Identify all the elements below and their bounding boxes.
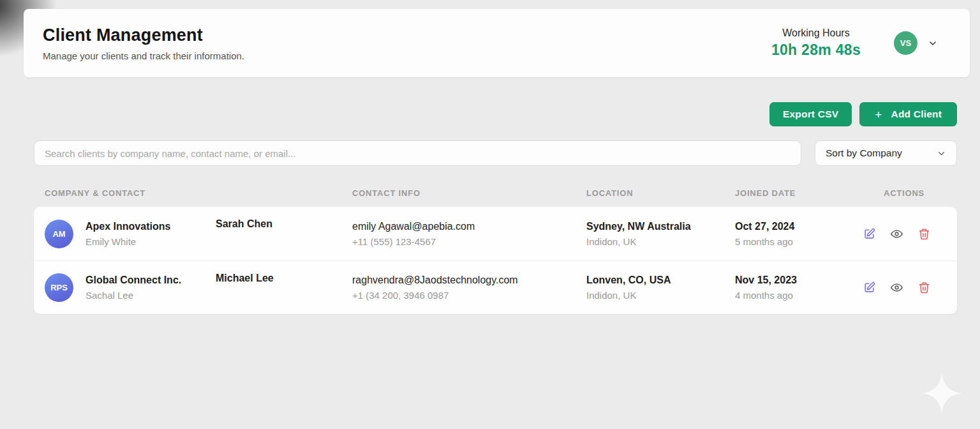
working-hours-value: 10h 28m 48s [771,41,861,59]
contact-phone: +1 (34 200, 3946 0987 [352,290,586,301]
chevron-down-icon[interactable] [928,38,938,49]
edit-button[interactable] [863,228,875,240]
joined-relative: 4 months ago [735,290,862,301]
sort-dropdown[interactable]: Sort by Company [815,140,957,166]
contact-info-cell: raghvendra@8Jaodstechnology.com +1 (34 2… [352,275,586,301]
location-main: Lonven, CO, USA [586,275,735,286]
company-cell: Global Connect Inc. Sachal Lee [85,275,216,301]
joined-relative: 5 months ago [735,236,862,247]
column-header-contact-info: Contact Info [352,188,586,198]
export-csv-button[interactable]: Export CSV [769,102,852,126]
contact-info-cell: emily Agawal@apebia.com +11 (555) 123-45… [352,221,586,247]
company-subname: Sachal Lee [85,290,216,301]
column-header-actions: Actions [862,188,946,198]
company-name: Global Connect Inc. [85,275,216,286]
eye-icon [891,228,903,240]
delete-button[interactable] [918,282,930,294]
contact-phone: +11 (555) 123-4567 [352,236,586,247]
filter-row: Sort by Company [34,140,957,166]
contact-email: raghvendra@8Jaodstechnology.com [352,275,586,286]
add-client-label: Add Client [891,109,942,120]
column-header-location: Location [586,188,735,198]
working-hours-label: Working Hours [771,27,861,39]
table-body: AM Apex Innovations Emily White Sarah Ch… [34,207,957,314]
company-name: Apex Innovations [85,221,216,232]
contact-email: emily Agawal@apebia.com [352,221,586,232]
main-content: Export CSV + Add Client Sort by Company … [34,102,957,314]
joined-date: Oct 27, 2024 [735,221,862,232]
client-avatar: AM [45,220,73,248]
joined-date-cell: Nov 15, 2023 4 months ago [735,275,862,301]
page-subtitle: Manage your clients and track their info… [43,50,244,61]
toolbar: Export CSV + Add Client [34,102,957,126]
header-right: Working Hours 10h 28m 48s VS [771,27,938,59]
eye-icon [891,282,903,294]
actions-cell [862,228,946,240]
page-title: Client Management [43,26,244,45]
company-cell: Apex Innovations Emily White [85,221,216,247]
contact-name: Michael Lee [216,273,352,284]
actions-cell [862,282,946,294]
table-row: AM Apex Innovations Emily White Sarah Ch… [34,207,957,260]
search-input[interactable] [34,140,801,166]
column-header-company: Company & Contact [45,188,352,198]
client-avatar: RPS [45,273,73,302]
contact-name: Sarah Chen [216,218,352,230]
location-sub: Indidon, UK [586,290,735,301]
pencil-square-icon [863,282,875,294]
working-hours: Working Hours 10h 28m 48s [771,27,861,59]
joined-date: Nov 15, 2023 [735,275,862,286]
location-sub: Indidon, UK [586,236,735,247]
plus-icon: + [875,109,882,121]
location-cell: Sydney, NW Australia Indidon, UK [586,221,735,247]
sort-value: Sort by Company [826,147,902,159]
edit-button[interactable] [863,282,875,294]
column-header-joined-date: Joined Date [735,188,862,198]
chevron-down-icon [937,149,946,158]
company-subname: Emily White [85,236,216,247]
table-header-row: Company & Contact Contact Info Location … [34,181,957,207]
joined-date-cell: Oct 27, 2024 5 months ago [735,221,862,247]
location-cell: Lonven, CO, USA Indidon, UK [586,275,735,301]
view-button[interactable] [891,282,903,294]
location-main: Sydney, NW Australia [586,221,735,232]
user-avatar[interactable]: VS [894,31,917,55]
pencil-square-icon [863,228,875,240]
trash-icon [918,228,930,240]
sparkle-icon [921,373,962,414]
trash-icon [918,282,930,294]
delete-button[interactable] [918,228,930,240]
add-client-button[interactable]: + Add Client [859,102,957,126]
header-title-block: Client Management Manage your clients an… [43,26,244,61]
table-row: RPS Global Connect Inc. Sachal Lee Micha… [34,260,957,314]
clients-table: Company & Contact Contact Info Location … [34,181,957,314]
view-button[interactable] [891,228,903,240]
header: Client Management Manage your clients an… [24,9,970,77]
